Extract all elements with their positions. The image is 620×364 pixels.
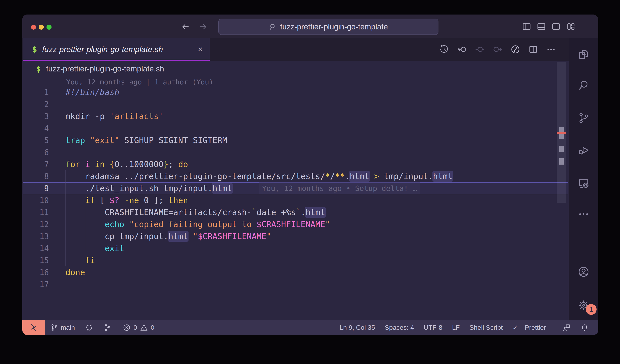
split-editor-icon[interactable]	[528, 45, 538, 54]
line-number: 16	[22, 266, 49, 278]
code-token: echo	[105, 220, 124, 229]
account-icon	[578, 266, 589, 278]
feedback-status-item[interactable]	[563, 323, 571, 332]
activity-bar: 1	[569, 38, 598, 320]
branch-status-item[interactable]: main	[50, 323, 75, 332]
status-item-ln-9-col-35[interactable]: Ln 9, Col 35	[340, 324, 375, 331]
command-center[interactable]: fuzz-prettier-plugin-go-template	[218, 19, 438, 35]
sidebar-item-additional-views[interactable]	[569, 203, 598, 225]
ellipsis-icon	[578, 208, 589, 220]
git-branch-icon	[50, 323, 58, 332]
code-token	[124, 220, 129, 229]
code-line-7[interactable]: for i in {0..1000000}; do	[65, 158, 453, 170]
overview-ruler-red-marker	[557, 132, 566, 134]
forward-arrow-icon[interactable]	[199, 22, 208, 31]
code-token: CRASHFILENAME=artifacts/crash-	[65, 208, 252, 217]
sidebar-item-source-control[interactable]	[569, 107, 598, 129]
code-token: "exit"	[90, 136, 119, 145]
breadcrumb[interactable]: $ fuzz-prettier-plugin-go-template.sh	[36, 64, 164, 73]
tab-label: fuzz-prettier-plugin-go-template.sh	[42, 45, 163, 54]
status-item-shell-script[interactable]: Shell Script	[469, 324, 503, 331]
breadcrumb-file-label: fuzz-prettier-plugin-go-template.sh	[46, 64, 164, 73]
overview-ruler-marker	[559, 158, 564, 165]
sidebar-item-run-debug[interactable]	[569, 140, 598, 161]
code-token: ./test_input.sh tmp/input.	[65, 183, 213, 193]
code-line-12[interactable]: echo "copied failing output to $CRASHFIL…	[65, 218, 453, 230]
status-item-utf-8[interactable]: UTF-8	[424, 324, 442, 331]
previous-change-icon[interactable]	[457, 45, 467, 54]
status-item-label: Shell Script	[469, 324, 503, 331]
sync-icon	[85, 323, 93, 332]
sync-status-item[interactable]	[85, 323, 93, 332]
commit-graph-status-item[interactable]	[103, 323, 111, 332]
tab-close-icon[interactable]: ×	[198, 45, 203, 54]
back-arrow-icon[interactable]	[181, 22, 190, 31]
change-marker-icon[interactable]	[475, 45, 485, 54]
problems-status-item[interactable]: 0 0	[123, 323, 155, 332]
sidebar-item-remote-explorer[interactable]	[569, 172, 598, 194]
code-token	[65, 256, 85, 265]
sidebar-item-search[interactable]	[569, 75, 598, 96]
macos-minimize-button[interactable]	[39, 25, 44, 30]
code-token: **	[335, 171, 345, 181]
code-line-15[interactable]: fi	[65, 254, 453, 266]
remote-explorer-icon	[578, 177, 589, 189]
status-item-label: Spaces: 4	[385, 324, 414, 331]
code-token	[85, 136, 90, 145]
code-token	[80, 160, 85, 169]
remote-icon	[30, 323, 38, 332]
line-number: 10	[22, 194, 49, 206]
timeline-history-icon[interactable]	[439, 45, 449, 54]
line-number: 3	[22, 110, 49, 122]
code-token: radamsa ../prettier-plugin-go-template/s…	[65, 171, 325, 181]
code-line-2[interactable]	[65, 98, 453, 110]
next-change-icon[interactable]	[493, 45, 502, 54]
status-item-prettier[interactable]: ✓ Prettier	[512, 323, 546, 332]
status-item-spaces-4[interactable]: Spaces: 4	[385, 324, 414, 331]
code-line-14[interactable]: exit	[65, 243, 453, 254]
code-line-17[interactable]	[65, 278, 453, 290]
file-history-graph-icon[interactable]	[511, 45, 520, 54]
code-line-1[interactable]: #!/bin/bash	[65, 86, 453, 98]
overview-ruler-marker	[559, 146, 564, 152]
code-token: "copied failing output to	[129, 220, 257, 229]
notifications-status-item[interactable]	[580, 323, 589, 332]
macos-zoom-button[interactable]	[46, 25, 51, 30]
run-and-debug-icon	[578, 144, 589, 156]
toggle-panel-icon[interactable]	[537, 22, 546, 31]
code-line-3[interactable]: mkdir -p 'artifacts'	[65, 110, 453, 122]
line-number: 7	[22, 158, 49, 170]
account-button[interactable]	[569, 261, 598, 283]
remote-indicator-button[interactable]	[22, 320, 45, 335]
macos-close-button[interactable]	[31, 25, 36, 30]
code-line-8[interactable]: radamsa ../prettier-plugin-go-template/s…	[65, 170, 453, 182]
code-token: {	[110, 160, 114, 169]
more-actions-icon[interactable]	[546, 45, 556, 54]
code-token: 0..1000000	[114, 160, 164, 169]
toggle-primary-sidebar-icon[interactable]	[522, 22, 531, 31]
code-line-13[interactable]: cp tmp/input.html "$CRASHFILENAME"	[65, 230, 453, 243]
settings-button[interactable]: 1	[569, 295, 598, 316]
status-item-label: LF	[452, 324, 460, 331]
toggle-secondary-sidebar-icon[interactable]	[551, 22, 561, 31]
code-line-11[interactable]: CRASHFILENAME=artifacts/crash-`date +%s`…	[65, 206, 453, 218]
editor-pane[interactable]: $ fuzz-prettier-plugin-go-template.sh Yo…	[22, 61, 569, 320]
line-number: 17	[22, 278, 49, 290]
tab-fuzz-prettier-plugin-go-template[interactable]: $ fuzz-prettier-plugin-go-template.sh ×	[23, 38, 210, 61]
highlighted-word-occurrence: html	[306, 208, 325, 217]
gitlens-inline-blame: You, 12 months ago • Setup delta! …	[259, 182, 420, 194]
code-line-16[interactable]: done	[65, 266, 453, 278]
line-number: 9	[22, 182, 49, 194]
status-item-lf[interactable]: LF	[452, 324, 460, 331]
code-line-9[interactable]: ./test_input.sh tmp/input.htmlYou, 12 mo…	[65, 182, 453, 194]
code-line-6[interactable]	[65, 146, 453, 158]
search-icon	[578, 79, 589, 91]
code-token: cp tmp/input.	[65, 232, 168, 241]
code-line-5[interactable]: trap "exit" SIGHUP SIGINT SIGTERM	[65, 134, 453, 146]
code-line-4[interactable]	[65, 122, 453, 134]
sidebar-item-explorer[interactable]	[569, 44, 598, 65]
code-content[interactable]: #!/bin/bashmkdir -p 'artifacts'trap "exi…	[65, 86, 453, 290]
code-line-10[interactable]: if [ $? -ne 0 ]; then	[65, 194, 453, 206]
line-number-gutter: 1234567891011121314151617	[22, 86, 49, 290]
customize-layout-icon[interactable]	[566, 22, 575, 31]
